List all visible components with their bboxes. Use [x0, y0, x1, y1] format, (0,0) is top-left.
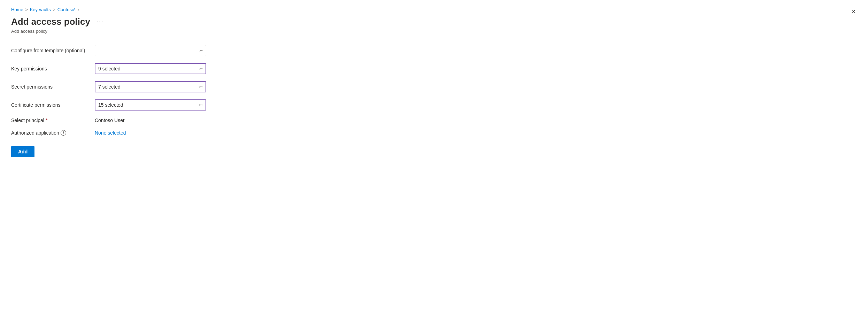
add-button[interactable]: Add: [11, 146, 34, 157]
key-permissions-label: Key permissions: [11, 66, 95, 71]
none-selected-link[interactable]: None selected: [95, 130, 126, 136]
select-principal-row: Select principal * Contoso User: [11, 117, 302, 123]
breadcrumb-chevron: ›: [78, 7, 79, 12]
select-principal-label-container: Select principal *: [11, 117, 95, 123]
principal-value[interactable]: Contoso User: [95, 117, 125, 123]
more-options-button[interactable]: ···: [94, 17, 107, 27]
secret-permissions-row: Secret permissions ⤔ 7 selected: [11, 81, 302, 92]
authorized-application-row: Authorized application i None selected: [11, 130, 302, 136]
secret-permissions-wrapper: ⤔ 7 selected: [95, 81, 206, 92]
configure-template-row: Configure from template (optional) ⤔: [11, 45, 302, 56]
info-icon[interactable]: i: [61, 130, 66, 136]
page-subtitle: Add access policy: [11, 29, 302, 34]
close-button[interactable]: ×: [850, 7, 857, 16]
breadcrumb-home[interactable]: Home: [11, 7, 23, 12]
page-title: Add access policy: [11, 16, 90, 27]
select-principal-label-text: Select principal: [11, 117, 44, 123]
key-permissions-wrapper: ⤔ 9 selected: [95, 63, 206, 74]
secret-permissions-select[interactable]: [95, 81, 206, 92]
breadcrumb: Home > Key vaults > Contoso\ ›: [11, 7, 302, 12]
breadcrumb-current: Contoso\: [57, 7, 76, 12]
form-container: Configure from template (optional) ⤔ Key…: [11, 45, 302, 157]
page-container: Home > Key vaults > Contoso\ › Add acces…: [0, 0, 313, 164]
certificate-permissions-select[interactable]: [95, 99, 206, 111]
configure-template-select[interactable]: [95, 45, 206, 56]
configure-template-wrapper: ⤔: [95, 45, 206, 56]
key-permissions-select[interactable]: [95, 63, 206, 74]
certificate-permissions-wrapper: ⤔ 15 selected: [95, 99, 206, 111]
page-header: Add access policy ···: [11, 16, 302, 27]
breadcrumb-key-vaults[interactable]: Key vaults: [30, 7, 51, 12]
certificate-permissions-label: Certificate permissions: [11, 102, 95, 108]
authorized-application-label-container: Authorized application i: [11, 130, 95, 136]
certificate-permissions-row: Certificate permissions ⤔ 15 selected: [11, 99, 302, 111]
breadcrumb-sep-1: >: [25, 7, 28, 12]
add-button-row: Add: [11, 143, 302, 157]
key-permissions-row: Key permissions ⤔ 9 selected: [11, 63, 302, 74]
configure-template-label: Configure from template (optional): [11, 48, 95, 53]
breadcrumb-sep-2: >: [53, 7, 55, 12]
secret-permissions-label: Secret permissions: [11, 84, 95, 90]
required-star: *: [46, 117, 47, 123]
authorized-application-label-text: Authorized application: [11, 130, 59, 136]
